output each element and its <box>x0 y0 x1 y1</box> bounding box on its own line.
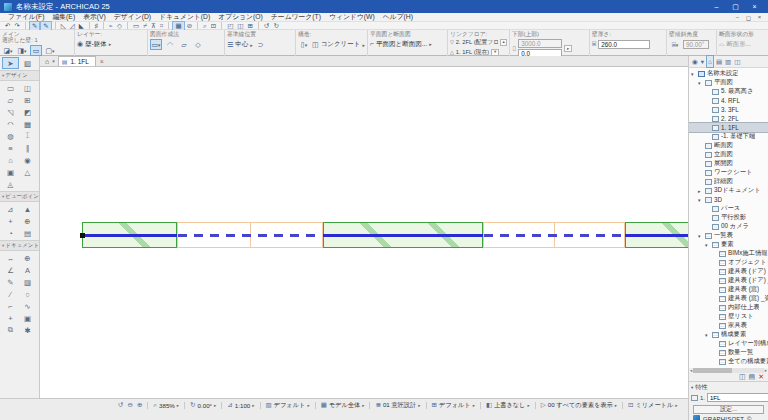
tree-item[interactable]: 数量一覧 <box>689 348 768 357</box>
tree-item[interactable]: ▾ 一覧表 <box>689 231 768 240</box>
menu-item[interactable]: ウィンドウ(W) <box>325 12 379 22</box>
intersect-icon[interactable]: ⌗ <box>158 22 166 30</box>
beam-tool[interactable]: ⌶ <box>19 130 36 142</box>
virtual-trace-icon[interactable]: ◇ <box>115 22 124 30</box>
hotspot-tool[interactable]: + <box>2 312 19 324</box>
wall-slant-button[interactable]: ⌸▾ <box>669 39 681 50</box>
geometry-polygon-button[interactable]: ◇ <box>192 39 204 50</box>
worksheet-tool[interactable]: ▤ <box>19 227 36 239</box>
reference-line-select[interactable]: ☰ 中心▸ <box>227 40 253 50</box>
wall-base-height-field[interactable] <box>518 49 562 56</box>
top-link-row[interactable]: ▽ 2. 2FL (配置フロア ... ▴ <box>450 37 507 47</box>
arrow-tool[interactable]: ➤ <box>2 57 19 69</box>
elevation-tool[interactable]: ▲ <box>19 203 36 215</box>
tree-item[interactable]: 5. 最高高さ <box>689 87 768 96</box>
railing-tool[interactable]: ∥ <box>19 142 36 154</box>
scrollbar-thumb[interactable] <box>693 368 732 373</box>
snap-guides-icon[interactable]: ◿ <box>68 22 77 30</box>
arc-tool[interactable]: ○ <box>19 288 36 300</box>
zoom-in-button[interactable]: ⊕ <box>135 401 144 409</box>
tree-item[interactable]: ▾ 構成要素 <box>689 330 768 339</box>
text-tool[interactable]: A <box>19 264 36 276</box>
dimension-style-select[interactable]: ⊞ デフォルト ▸ <box>430 401 477 410</box>
wall-tool-active-icon[interactable]: ▭ <box>30 45 42 56</box>
wall-slant-angle-field[interactable] <box>683 40 709 49</box>
tree-item[interactable]: ▾ 平面図 <box>689 78 768 87</box>
wall-start-handle[interactable] <box>80 233 85 238</box>
project-chooser-icon[interactable]: ◉ <box>691 56 699 67</box>
delete-button[interactable]: ✕ <box>758 373 764 381</box>
tree-item[interactable]: 詳細図 <box>689 177 768 186</box>
tree-item[interactable]: ▾ 3D <box>689 195 768 204</box>
pickup-parameters-icon[interactable]: ✎ <box>29 21 40 31</box>
doc-minimize-button[interactable]: – <box>732 14 743 21</box>
tab-1fl[interactable]: ▤ 1. 1FL <box>58 56 96 66</box>
flip-wall-button[interactable]: ⊃ <box>255 39 267 50</box>
layouts-icon[interactable]: ⊞ <box>246 22 255 30</box>
line-tool[interactable]: ∕ <box>2 288 19 300</box>
angle-dimension-tool[interactable]: ∠ <box>2 264 19 276</box>
window-tool[interactable]: ⊞ <box>19 94 36 106</box>
wall-thickness-field[interactable] <box>598 40 650 49</box>
menu-item[interactable]: ドキュメント(D) <box>155 12 214 22</box>
gravity-icon[interactable]: ◣ <box>77 22 86 30</box>
tree-item[interactable]: 1. 1FL <box>689 123 768 132</box>
geometry-curved-button[interactable]: ◠ <box>164 39 176 50</box>
mesh-tool[interactable]: △ <box>19 166 36 178</box>
polyline-tool[interactable]: ⌐ <box>2 300 19 312</box>
tree-item[interactable]: ワークシート <box>689 168 768 177</box>
adjust-icon[interactable]: ⊼ <box>149 22 158 30</box>
menu-item[interactable]: 表示(V) <box>79 12 110 22</box>
layer-select[interactable]: ◉ 壁-躯体▸ <box>77 39 111 49</box>
view-map-tab[interactable]: ▤ <box>715 56 723 67</box>
floor-name-field[interactable] <box>707 393 768 402</box>
detail-tool[interactable]: ◔ <box>2 227 19 239</box>
tree-item[interactable]: 平行投影 <box>689 213 768 222</box>
wall-settings-button[interactable]: ◪▾ <box>2 45 14 56</box>
tree-item[interactable]: 内部仕上表 <box>689 303 768 312</box>
clone-folder-button[interactable]: ◫ <box>739 373 746 381</box>
renovation-filter-select[interactable]: ▷ 00 すべての要素を表示 ▸ <box>539 401 619 410</box>
toolbox-section-design[interactable]: ▾デザイン <box>0 70 39 81</box>
curtain-wall-tool[interactable]: ▦ <box>19 118 36 130</box>
publisher-tab[interactable]: ◫ <box>733 56 741 67</box>
tree-item[interactable]: オブジェクトリスト <box>689 258 768 267</box>
tree-item[interactable]: 全ての構成要素 <box>689 357 768 366</box>
split-icon[interactable]: ⌿ <box>141 22 149 30</box>
selected-wall[interactable] <box>82 222 688 248</box>
redo-icon[interactable]: ↷ <box>12 22 21 30</box>
section-tool[interactable]: ⊿ <box>2 203 19 215</box>
marquee-tool[interactable]: ▧ <box>19 57 36 69</box>
tree-item[interactable]: 2. 2FL <box>689 114 768 123</box>
doc-close-button[interactable]: × <box>754 14 765 21</box>
tree-item[interactable]: 立面図 <box>689 150 768 159</box>
tree-item[interactable]: 建具表 (ドア) <box>689 267 768 276</box>
elevation-expand-button[interactable]: ▸ <box>564 45 572 52</box>
menu-item[interactable]: オプション(O) <box>214 12 267 22</box>
layer-combination-select[interactable]: ≣ 01 意匠設計 ▸ <box>373 401 422 410</box>
figure-tool[interactable]: ▣ <box>19 312 36 324</box>
doc-restore-button[interactable]: ◻ <box>743 14 754 21</box>
window-opening[interactable] <box>177 222 323 248</box>
fill-tool[interactable]: ▨ <box>19 276 36 288</box>
zoom-previous-button[interactable]: ↺ <box>116 401 125 409</box>
morph-tool[interactable]: ◬ <box>2 178 19 190</box>
orientation-select[interactable]: ↻ 0.00° ▸ <box>188 401 218 409</box>
shell-tool[interactable]: ◠ <box>2 118 19 130</box>
tree-item[interactable]: 家具表 <box>689 321 768 330</box>
menu-item[interactable]: チームワーク(T) <box>267 12 325 22</box>
drawing-tool[interactable]: ⧉ <box>2 324 19 336</box>
snap-grid-icon[interactable]: ♯ <box>93 22 100 30</box>
tree-item[interactable]: 4. RFL <box>689 96 768 105</box>
tree-item[interactable]: 建具表 (ドア) _姿図 <box>689 276 768 285</box>
tree-item[interactable]: レイヤー別構成表 <box>689 339 768 348</box>
wall-top-height-field[interactable] <box>518 39 562 48</box>
marquee-ops-icon[interactable]: ▭ <box>131 22 141 30</box>
favorites-button[interactable]: ◨▾ <box>16 45 28 56</box>
skylight-tool[interactable]: ◩ <box>19 106 36 118</box>
tree-item[interactable]: ▾ 名称未設定 <box>689 69 768 78</box>
undo-icon[interactable]: ↶ <box>3 22 12 30</box>
home-floor-row[interactable]: △ 1. 1FL (現在) ▾ <box>450 47 507 56</box>
dimension-tool[interactable]: ↔ <box>2 252 19 264</box>
tree-item[interactable]: ▾ 要素 <box>689 240 768 249</box>
